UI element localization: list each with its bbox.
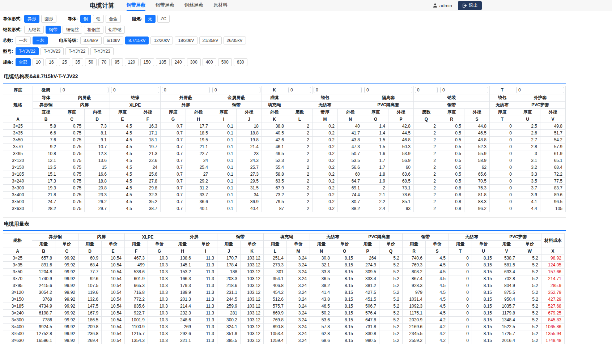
logout-button[interactable]: 退出	[458, 1, 482, 10]
header-cell: W	[518, 248, 541, 255]
value-cell: 88.2	[338, 205, 363, 212]
thickness-adjust-input[interactable]	[111, 87, 159, 93]
tab-铝带屏蔽[interactable]: 铝带屏蔽	[156, 0, 174, 11]
filter-chip[interactable]: 钢带	[46, 26, 61, 34]
filter-label: 导体形式:	[3, 16, 22, 22]
filter-row: 芯数:一芯三芯电压等级:3.6/6kV6/10kV8.7/15kV12/20kV…	[3, 37, 609, 44]
value-cell: 3.9	[515, 192, 540, 198]
thickness-adjust-input[interactable]	[314, 87, 362, 93]
thickness-adjust-cell	[287, 86, 313, 94]
filter-chip[interactable]: 圆形	[41, 15, 56, 23]
value-cell: 68.4	[78, 262, 102, 269]
app-title: 电缆计算	[90, 1, 114, 10]
filter-group: 规格:全部10162535507095120150185240300400500…	[3, 58, 249, 66]
thickness-adjust-input[interactable]	[288, 87, 311, 93]
filter-chip[interactable]: 10	[33, 58, 44, 66]
header-cell: P	[356, 248, 379, 255]
filter-chip[interactable]: T-YJY22	[65, 47, 89, 55]
filter-chip[interactable]: 95	[111, 58, 123, 66]
thickness-adjust-input[interactable]	[162, 87, 210, 93]
header-cell: N	[338, 116, 363, 123]
value-cell: 58.8	[262, 171, 287, 178]
value-cell: 8.15	[472, 289, 495, 296]
value-cell: 0.75	[59, 123, 85, 130]
value-cell: 4.5	[426, 275, 449, 282]
filter-chip[interactable]: 120	[125, 58, 139, 66]
thickness-adjust-input[interactable]	[415, 87, 438, 93]
value-cell: 26.2	[85, 198, 110, 205]
filter-chip[interactable]: 全部	[16, 58, 31, 66]
filter-chip[interactable]: 26/35kV	[224, 37, 246, 44]
filter-chip[interactable]: 18/30kV	[175, 37, 197, 44]
value-cell: 99.92	[55, 275, 78, 282]
filter-chip[interactable]: T-YJV22	[16, 47, 39, 55]
filter-chip[interactable]: T-YJV23	[41, 47, 64, 55]
filter-chip[interactable]: 630	[234, 58, 247, 66]
filter-chip[interactable]: 500	[218, 58, 232, 66]
table-row: 3×501204.899.9277.710.54538.610.3153.211…	[3, 269, 565, 275]
header-cell: 导体	[33, 94, 59, 102]
value-cell: 8.15	[472, 262, 495, 269]
value-cell: 36.6	[186, 198, 211, 205]
value-cell: 17.7	[186, 123, 211, 130]
filter-chip[interactable]: T-YJY23	[90, 47, 114, 55]
value-cell: 10.3	[148, 310, 171, 317]
filter-chip[interactable]: 铜	[80, 15, 91, 23]
filter-chip[interactable]: 合金	[106, 15, 121, 23]
header-cell: 规格	[3, 234, 32, 248]
value-cell: 5.2	[518, 269, 541, 275]
value-cell: 2016.4	[495, 337, 518, 344]
filter-chip[interactable]: 6/10kV	[103, 37, 123, 44]
filter-chip[interactable]: ZC	[157, 15, 170, 23]
filter-chip[interactable]: 400	[203, 58, 216, 66]
filter-chip[interactable]: 三芯	[33, 37, 48, 44]
value-cell: 0.75	[59, 171, 85, 178]
filter-chip[interactable]: 异形	[24, 15, 39, 23]
value-cell: 8.15	[333, 262, 356, 269]
thickness-adjust-input[interactable]	[440, 87, 488, 93]
header-cell: M	[287, 248, 310, 255]
value-cell: 85.1	[388, 198, 414, 205]
value-cell: 0	[449, 337, 472, 344]
filter-chip[interactable]: 一芯	[16, 37, 31, 44]
thickness-adjust-input[interactable]	[60, 87, 109, 93]
header-cell: O	[333, 248, 356, 255]
filter-chip[interactable]: 铝带铠	[105, 26, 125, 34]
tab-铜丝屏蔽[interactable]: 铜丝屏蔽	[184, 0, 203, 11]
user-menu[interactable]: admin	[433, 3, 452, 8]
value-cell: 0	[490, 150, 515, 157]
filter-chip[interactable]: 300	[187, 58, 201, 66]
filter-chip[interactable]: 无铠装	[24, 26, 44, 34]
value-cell: 5.2	[379, 282, 403, 289]
value-cell: 103.12	[241, 296, 264, 303]
value-cell: 0	[449, 324, 472, 330]
value-cell: 8.15	[472, 296, 495, 303]
filter-chip[interactable]: 12/20kV	[150, 37, 173, 44]
filter-chip[interactable]: 铝	[93, 15, 104, 23]
value-cell: 53.9	[388, 150, 414, 157]
filter-chip[interactable]: 3.6/6kV	[80, 37, 102, 44]
tab-原材料[interactable]: 原材料	[213, 0, 228, 11]
thickness-adjust-input[interactable]	[516, 87, 564, 93]
filter-chip[interactable]: 150	[140, 58, 154, 66]
filter-chip[interactable]: 无	[145, 15, 156, 23]
filter-chip[interactable]: 50	[85, 58, 96, 66]
thickness-adjust-input[interactable]	[212, 87, 260, 93]
filter-chip[interactable]: 16	[46, 58, 57, 66]
value-cell: 309.5	[356, 269, 379, 275]
filter-chip[interactable]: 240	[171, 58, 185, 66]
thickness-adjust-input[interactable]	[364, 87, 412, 93]
filter-chip[interactable]: 粗钢丝	[84, 26, 103, 34]
filter-chip[interactable]: 35	[72, 58, 83, 66]
value-cell: 3.7	[515, 185, 540, 192]
filter-chip[interactable]: 细钢丝	[63, 26, 82, 34]
value-cell: 5.2	[518, 262, 541, 269]
filter-chip[interactable]: 25	[59, 58, 70, 66]
filter-chip[interactable]: 8.7/15kV	[125, 37, 149, 44]
header-cell: 外屏	[171, 234, 217, 241]
tab-铜带屏蔽[interactable]: 铜带屏蔽	[127, 0, 145, 11]
filter-chip[interactable]: 70	[98, 58, 110, 66]
header-cell: S	[464, 116, 490, 123]
filter-chip[interactable]: 21/35kV	[199, 37, 222, 44]
filter-chip[interactable]: 185	[156, 58, 170, 66]
